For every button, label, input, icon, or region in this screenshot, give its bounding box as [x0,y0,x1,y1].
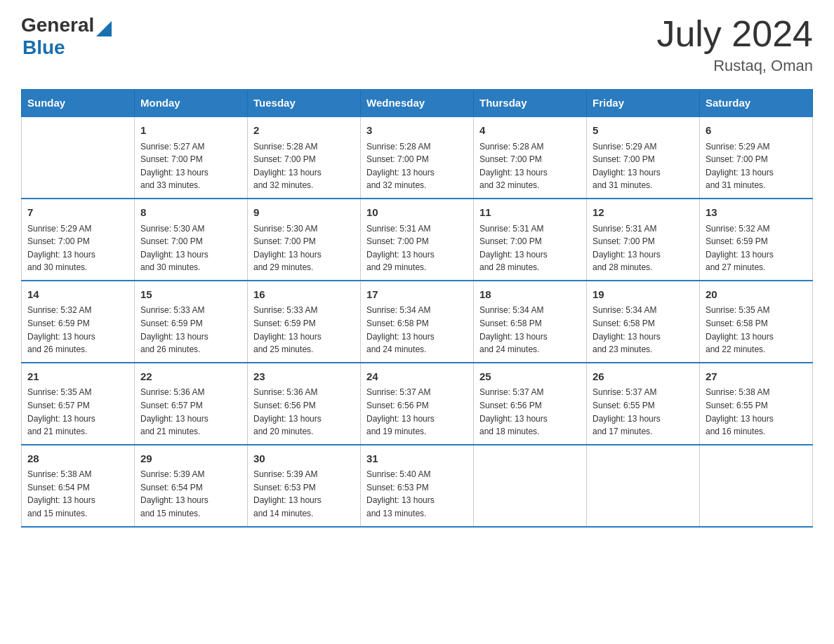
table-row: 11Sunrise: 5:31 AM Sunset: 7:00 PM Dayli… [474,199,587,281]
day-info: Sunrise: 5:32 AM Sunset: 6:59 PM Dayligh… [27,304,128,356]
page-header: General Blue July 2024 Rustaq, Oman [21,14,813,75]
day-number: 1 [140,123,241,139]
day-number: 31 [366,451,468,467]
day-number: 7 [27,205,128,221]
calendar-week-row: 21Sunrise: 5:35 AM Sunset: 6:57 PM Dayli… [22,363,813,445]
day-number: 26 [593,369,694,385]
table-row: 19Sunrise: 5:34 AM Sunset: 6:58 PM Dayli… [587,281,700,363]
day-info: Sunrise: 5:39 AM Sunset: 6:53 PM Dayligh… [253,468,355,520]
day-number: 20 [706,287,807,303]
table-row [587,445,700,527]
day-info: Sunrise: 5:39 AM Sunset: 6:54 PM Dayligh… [140,468,241,520]
day-number: 10 [366,205,468,221]
day-number: 8 [140,205,241,221]
table-row: 30Sunrise: 5:39 AM Sunset: 6:53 PM Dayli… [248,445,361,527]
day-number: 6 [706,123,807,139]
day-number: 11 [479,205,581,221]
day-info: Sunrise: 5:28 AM Sunset: 7:00 PM Dayligh… [253,140,355,192]
table-row: 20Sunrise: 5:35 AM Sunset: 6:58 PM Dayli… [700,281,813,363]
table-row: 3Sunrise: 5:28 AM Sunset: 7:00 PM Daylig… [361,116,474,199]
day-number: 13 [706,205,807,221]
day-info: Sunrise: 5:30 AM Sunset: 7:00 PM Dayligh… [253,222,355,274]
col-friday: Friday [587,90,700,117]
day-info: Sunrise: 5:35 AM Sunset: 6:58 PM Dayligh… [706,304,807,356]
table-row: 1Sunrise: 5:27 AM Sunset: 7:00 PM Daylig… [135,116,248,199]
col-thursday: Thursday [474,90,587,117]
table-row: 5Sunrise: 5:29 AM Sunset: 7:00 PM Daylig… [587,116,700,199]
day-number: 24 [366,369,468,385]
svg-marker-0 [96,21,112,36]
logo-triangle-icon [96,21,112,36]
table-row: 22Sunrise: 5:36 AM Sunset: 6:57 PM Dayli… [135,363,248,445]
title-block: July 2024 Rustaq, Oman [656,14,813,75]
table-row: 27Sunrise: 5:38 AM Sunset: 6:55 PM Dayli… [700,363,813,445]
day-number: 30 [253,451,355,467]
day-number: 29 [140,451,241,467]
day-info: Sunrise: 5:37 AM Sunset: 6:56 PM Dayligh… [366,386,468,438]
col-saturday: Saturday [700,90,813,117]
col-sunday: Sunday [22,90,135,117]
day-number: 5 [593,123,694,139]
day-info: Sunrise: 5:28 AM Sunset: 7:00 PM Dayligh… [366,140,468,192]
table-row: 31Sunrise: 5:40 AM Sunset: 6:53 PM Dayli… [361,445,474,527]
calendar-week-row: 28Sunrise: 5:38 AM Sunset: 6:54 PM Dayli… [22,445,813,527]
day-number: 15 [140,287,241,303]
day-info: Sunrise: 5:37 AM Sunset: 6:55 PM Dayligh… [593,386,694,438]
day-info: Sunrise: 5:31 AM Sunset: 7:00 PM Dayligh… [366,222,468,274]
day-info: Sunrise: 5:31 AM Sunset: 7:00 PM Dayligh… [593,222,694,274]
table-row: 14Sunrise: 5:32 AM Sunset: 6:59 PM Dayli… [22,281,135,363]
day-number: 23 [253,369,355,385]
day-info: Sunrise: 5:36 AM Sunset: 6:57 PM Dayligh… [140,386,241,438]
day-info: Sunrise: 5:28 AM Sunset: 7:00 PM Dayligh… [479,140,581,192]
month-year-title: July 2024 [656,14,813,54]
day-info: Sunrise: 5:29 AM Sunset: 7:00 PM Dayligh… [27,222,128,274]
day-info: Sunrise: 5:36 AM Sunset: 6:56 PM Dayligh… [253,386,355,438]
table-row: 13Sunrise: 5:32 AM Sunset: 6:59 PM Dayli… [700,199,813,281]
table-row: 28Sunrise: 5:38 AM Sunset: 6:54 PM Dayli… [22,445,135,527]
day-number: 3 [366,123,468,139]
table-row: 25Sunrise: 5:37 AM Sunset: 6:56 PM Dayli… [474,363,587,445]
table-row: 17Sunrise: 5:34 AM Sunset: 6:58 PM Dayli… [361,281,474,363]
table-row: 15Sunrise: 5:33 AM Sunset: 6:59 PM Dayli… [135,281,248,363]
day-info: Sunrise: 5:33 AM Sunset: 6:59 PM Dayligh… [140,304,241,356]
calendar-header-row: Sunday Monday Tuesday Wednesday Thursday… [22,90,813,117]
calendar-week-row: 14Sunrise: 5:32 AM Sunset: 6:59 PM Dayli… [22,281,813,363]
table-row: 18Sunrise: 5:34 AM Sunset: 6:58 PM Dayli… [474,281,587,363]
day-info: Sunrise: 5:38 AM Sunset: 6:55 PM Dayligh… [706,386,807,438]
col-wednesday: Wednesday [361,90,474,117]
table-row: 4Sunrise: 5:28 AM Sunset: 7:00 PM Daylig… [474,116,587,199]
day-number: 16 [253,287,355,303]
day-info: Sunrise: 5:29 AM Sunset: 7:00 PM Dayligh… [593,140,694,192]
table-row: 21Sunrise: 5:35 AM Sunset: 6:57 PM Dayli… [22,363,135,445]
day-info: Sunrise: 5:32 AM Sunset: 6:59 PM Dayligh… [706,222,807,274]
day-number: 28 [27,451,128,467]
day-info: Sunrise: 5:30 AM Sunset: 7:00 PM Dayligh… [140,222,241,274]
table-row: 6Sunrise: 5:29 AM Sunset: 7:00 PM Daylig… [700,116,813,199]
day-number: 19 [593,287,694,303]
day-info: Sunrise: 5:34 AM Sunset: 6:58 PM Dayligh… [593,304,694,356]
table-row: 23Sunrise: 5:36 AM Sunset: 6:56 PM Dayli… [248,363,361,445]
table-row: 10Sunrise: 5:31 AM Sunset: 7:00 PM Dayli… [361,199,474,281]
day-number: 17 [366,287,468,303]
table-row: 12Sunrise: 5:31 AM Sunset: 7:00 PM Dayli… [587,199,700,281]
day-number: 12 [593,205,694,221]
logo-general-text: General [21,14,94,36]
calendar-table: Sunday Monday Tuesday Wednesday Thursday… [21,89,813,527]
table-row: 9Sunrise: 5:30 AM Sunset: 7:00 PM Daylig… [248,199,361,281]
day-info: Sunrise: 5:31 AM Sunset: 7:00 PM Dayligh… [479,222,581,274]
logo-blue-text: Blue [22,36,65,58]
location-subtitle: Rustaq, Oman [656,57,813,75]
day-number: 4 [479,123,581,139]
table-row: 16Sunrise: 5:33 AM Sunset: 6:59 PM Dayli… [248,281,361,363]
day-number: 22 [140,369,241,385]
day-info: Sunrise: 5:34 AM Sunset: 6:58 PM Dayligh… [366,304,468,356]
table-row: 26Sunrise: 5:37 AM Sunset: 6:55 PM Dayli… [587,363,700,445]
day-number: 18 [479,287,581,303]
calendar-week-row: 7Sunrise: 5:29 AM Sunset: 7:00 PM Daylig… [22,199,813,281]
table-row [474,445,587,527]
day-info: Sunrise: 5:29 AM Sunset: 7:00 PM Dayligh… [706,140,807,192]
col-monday: Monday [135,90,248,117]
col-tuesday: Tuesday [248,90,361,117]
day-number: 27 [706,369,807,385]
table-row [700,445,813,527]
